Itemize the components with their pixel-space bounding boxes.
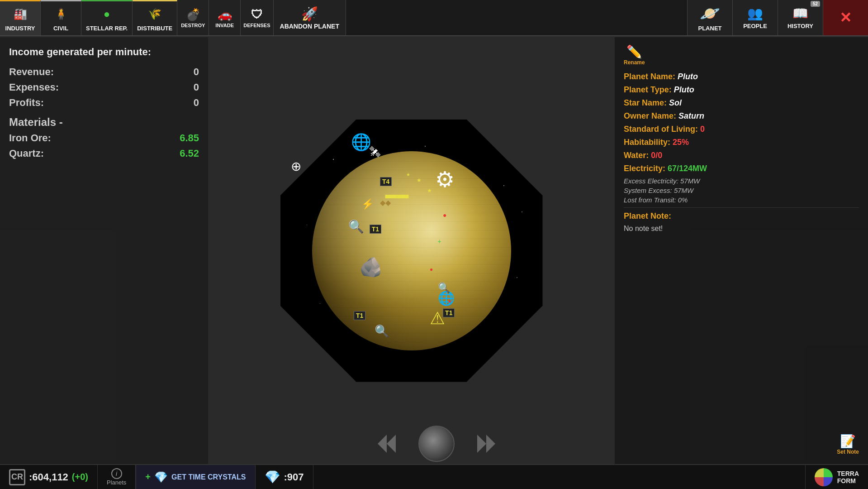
planet-button[interactable]: 🪐 PLANET [687,0,732,35]
system-excess-line: System Excess: 57MW [624,187,859,194]
star-name-label: Star Name: [624,98,667,107]
set-note-label: Set Note [837,449,859,455]
water-value: 0/0 [651,151,662,160]
planet-icon: 🪐 [700,4,720,23]
planet-view[interactable] [312,151,511,350]
destroy-button[interactable]: 💣 Destroy [177,0,209,35]
expenses-value: 0 [194,82,199,93]
credits-delta: (+0) [72,472,88,482]
rename-button[interactable]: ✏️ Rename [624,44,645,66]
industry-label: INDUSTRY [5,25,35,32]
history-label: HISTORY [787,23,813,29]
terraform-planet-icon [815,468,833,486]
profits-label: Profits: [9,97,44,109]
rename-area: ✏️ Rename [624,44,859,66]
planet-name-line: Planet Name: Pluto [624,72,859,82]
rocket-icon: 🚀 [301,6,318,22]
octagon-frame: T4 T1 T1 T1 🌐 🌐 ▬▬ ★ ★ ★ ⚡ 🛰 ⚙ 🔍 🔍 🔍 [280,120,543,382]
lost-transit-line: Lost from Transit: 0% [624,196,859,204]
rename-label: Rename [624,59,645,66]
industry-button[interactable]: 🏭 INDUSTRY [0,0,41,35]
water-label: Water: [624,151,649,160]
defenses-icon: 🛡 [251,8,263,22]
sol-value: 0 [700,125,705,134]
planet-type-value: Pluto [674,85,694,94]
quartz-label: Quartz: [9,148,44,159]
info-icon: i [111,468,122,479]
credits-value: :604,112 [29,471,68,483]
planet-note-title: Planet Note: [624,211,859,221]
defenses-label: Defenses [243,23,270,28]
stellar-rep-button[interactable]: ● STELLAR REP. [81,0,133,35]
credits-icon: CR [9,469,25,485]
planet-thumbnail[interactable] [418,426,455,462]
water-line: Water: 0/0 [624,151,859,160]
civil-button[interactable]: 🧍 CIvIL [41,0,81,35]
planet-note-text: No note set! [624,225,859,233]
get-crystals-label: GET TIME CRYSTALS [171,473,246,481]
stellar-icon: ● [98,5,116,23]
invade-button[interactable]: 🚗 Invade [209,0,241,35]
planets-button[interactable]: i Planets [97,465,136,489]
nav-chevrons-right[interactable] [464,430,509,457]
habitability-line: Habitability: 25% [624,138,859,147]
sol-line: Standard of Living: 0 [624,125,859,134]
crystal-icon-2: 💎 [265,470,280,484]
terraform-label: TERRA FORM [837,470,859,484]
defenses-button[interactable]: 🛡 Defenses [241,0,273,35]
crystal-count-display: 💎 :907 [256,465,313,489]
habitability-label: Habitability: [624,138,670,147]
bottom-bar: CR :604,112 (+0) i Planets + 💎 GET TIME … [0,464,868,489]
credits-symbol: CR [11,472,23,482]
invade-label: Invade [215,23,234,28]
expenses-label: Expenses: [9,82,59,93]
history-icon: 📖 [792,6,808,21]
credits-display: CR :604,112 (+0) [0,469,97,485]
nav-chevrons-left[interactable] [364,430,409,457]
excess-elec-label: Excess Electricity: [624,177,678,185]
planet-container: T4 T1 T1 T1 🌐 🌐 ▬▬ ★ ★ ★ ⚡ 🛰 ⚙ 🔍 🔍 🔍 [208,37,615,464]
right-nav-buttons: 🪐 PLANET 👥 PEOPLE 52 📖 HISTORY ✕ [687,0,868,35]
star-name-value: Sol [669,98,682,107]
owner-name-value: Saturn [678,111,704,120]
industry-icon: 🏭 [11,5,29,23]
plus-icon: + [145,472,151,482]
rename-icon: ✏️ [626,44,642,59]
crystal-icon: 💎 [154,471,168,484]
planet-type-line: Planet Type: Pluto [624,85,859,95]
top-navigation: 🏭 INDUSTRY 🧍 CIvIL ● STELLAR REP. 🌾 DIST… [0,0,868,36]
network-icon: ⊕ [291,159,301,174]
excess-electricity-line: Excess Electricity: 57MW [624,177,859,185]
destroy-icon: 💣 [186,8,200,22]
get-crystals-button[interactable]: + 💎 GET TIME CRYSTALS [136,465,255,489]
lost-transit-value: 0% [678,196,688,204]
excess-elec-value: 57MW [680,177,700,185]
terraform-button[interactable]: TERRA FORM [805,465,868,489]
electricity-label: Electricity: [624,164,665,173]
quartz-row: Quartz: 6.52 [9,148,199,159]
distribute-icon: 🌾 [146,5,164,23]
set-note-button[interactable]: 📝 Set Note [837,434,859,455]
history-badge: 52 [811,1,820,7]
civil-label: CIvIL [53,25,68,32]
income-title: Income generated per minute: [9,46,199,58]
sol-label: Standard of Living: [624,125,698,134]
owner-name-line: Owner Name: Saturn [624,111,859,121]
divider [624,207,859,208]
svg-marker-1 [387,435,396,453]
people-button[interactable]: 👥 PEOPLE [732,0,778,35]
close-button[interactable]: ✕ [823,0,868,35]
set-note-icon: 📝 [840,434,856,449]
system-excess-value: 57MW [674,187,693,194]
habitability-value: 25% [673,138,689,147]
svg-marker-0 [378,435,387,453]
people-label: PEOPLE [743,23,767,29]
planets-label: Planets [107,479,126,486]
history-button[interactable]: 52 📖 HISTORY [778,0,823,35]
abandon-planet-button[interactable]: 🚀 ABANDON PLANET [274,0,346,35]
planet-name-value: Pluto [678,72,698,81]
close-icon: ✕ [840,9,852,26]
distribute-button[interactable]: 🌾 DISTRIBUTE [133,0,177,35]
planet-name-label: Planet Name: [624,72,675,81]
lost-transit-label: Lost from Transit: [624,196,676,204]
